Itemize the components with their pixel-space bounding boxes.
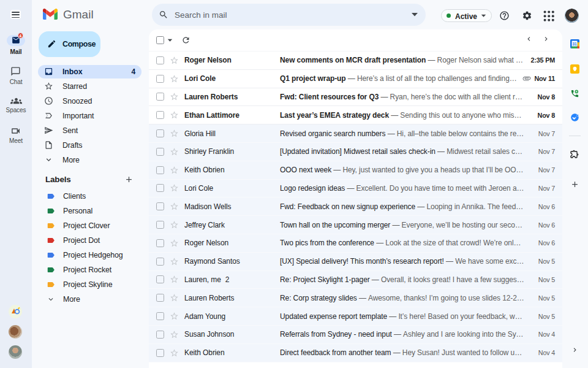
svg-text:31: 31 (572, 41, 577, 45)
